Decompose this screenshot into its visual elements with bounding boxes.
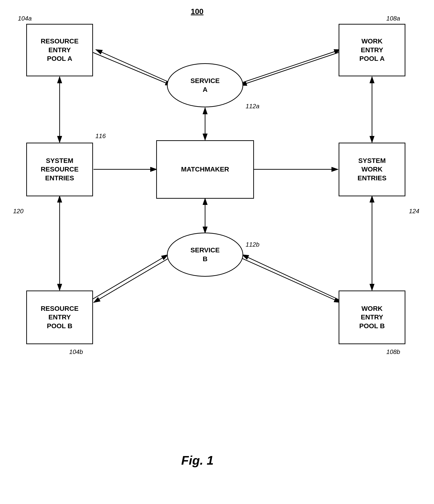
label-108b: 108b [386,348,400,356]
matchmaker-box: MATCHMAKER [156,140,254,199]
svg-line-7 [242,50,341,82]
resource-pool-a-label: RESOURCEENTRYPOOL A [41,37,79,63]
system-resource-entries-box: SYSTEMRESOURCEENTRIES [26,143,93,196]
service-b-ellipse: SERVICEB [167,233,243,277]
diagram-title: 100 [191,7,204,16]
svg-line-16 [240,258,341,302]
resource-pool-b-label: RESOURCEENTRYPOOL B [41,304,79,330]
label-108a: 108a [386,15,400,22]
service-a-label: SERVICEA [191,77,220,94]
label-120: 120 [13,207,23,215]
resource-pool-a-box: RESOURCEENTRYPOOL A [26,24,93,76]
diagram-container: 100 RESOURCEENTRYPOOL A 104a WORKENTRYPO… [0,0,434,504]
work-pool-a-label: WORKENTRYPOOL A [359,37,385,63]
label-112b: 112b [246,241,259,248]
work-pool-b-box: WORKENTRYPOOL B [339,290,405,344]
system-work-entries-box: SYSTEMWORKENTRIES [339,143,405,196]
svg-line-17 [242,255,339,300]
figure-label: Fig. 1 [181,453,214,468]
service-a-ellipse: SERVICEA [167,63,243,107]
work-pool-a-box: WORKENTRYPOOL A [339,24,405,76]
svg-line-5 [96,50,170,82]
resource-pool-b-box: RESOURCEENTRYPOOL B [26,290,93,344]
svg-line-15 [92,255,168,300]
system-work-entries-label: SYSTEMWORKENTRIES [357,156,386,182]
label-116: 116 [95,132,106,140]
svg-line-6 [240,53,339,85]
matchmaker-label: MATCHMAKER [181,165,229,174]
label-104b: 104b [69,348,83,356]
work-pool-b-label: WORKENTRYPOOL B [359,304,385,330]
svg-line-4 [93,53,172,85]
system-resource-entries-label: SYSTEMRESOURCEENTRIES [41,156,79,182]
label-124: 124 [409,207,419,215]
label-112a: 112a [246,103,259,110]
service-b-label: SERVICEB [191,246,220,263]
svg-line-14 [94,258,170,302]
label-104a: 104a [18,15,32,22]
